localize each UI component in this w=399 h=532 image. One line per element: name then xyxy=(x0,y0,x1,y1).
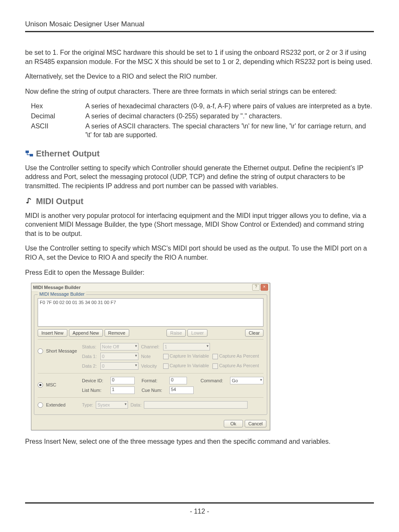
hex-output[interactable]: F0 7F 00 02 00 01 35 34 00 31 00 F7 xyxy=(38,298,263,327)
data2-type: Velocity xyxy=(141,363,160,368)
extended-radio[interactable] xyxy=(38,402,43,408)
data2-label: Data 2: xyxy=(82,363,98,368)
data2-capture-var-check[interactable] xyxy=(163,363,169,369)
page-number: - 112 - xyxy=(25,508,374,515)
deviceid-label: Device ID: xyxy=(82,378,108,383)
data1-capture-pct-check[interactable] xyxy=(212,354,218,359)
raise-button[interactable]: Raise xyxy=(166,329,186,337)
midi-note-icon xyxy=(25,197,33,205)
data2-capture-pct-check[interactable] xyxy=(212,363,218,369)
civ-label: Capture In Variable xyxy=(170,353,209,358)
groupbox-legend: MIDI Message Builder xyxy=(38,292,86,297)
extended-panel: Extended Type: Sysex Data: xyxy=(38,397,263,412)
intro-p3: Now define the string of output characte… xyxy=(25,87,374,96)
civ-label-2: Capture In Variable xyxy=(170,363,209,368)
svg-rect-0 xyxy=(26,151,29,153)
ethernet-body: Use the Controller setting to specify wh… xyxy=(25,164,374,191)
midi-p1: MIDI is another very popular protocol fo… xyxy=(25,211,374,238)
format-label: Format: xyxy=(141,378,166,383)
ext-type-label: Type: xyxy=(82,402,93,407)
status-select[interactable]: Note Off xyxy=(100,343,138,350)
ext-data-label: Data: xyxy=(130,402,141,407)
msc-panel: MSC Device ID: 0 Format: 0 Command: Go L… xyxy=(38,373,263,397)
data1-label: Data 1: xyxy=(82,354,98,359)
listnum-label: List Num: xyxy=(82,388,108,393)
midi-heading: MIDI Output xyxy=(25,197,374,206)
format-row: Decimal A series of decimal characters (… xyxy=(25,112,374,121)
midi-p3: Press Edit to open the Message Builder: xyxy=(25,268,374,277)
cuenum-input[interactable]: 54 xyxy=(169,386,194,394)
dialog-titlebar[interactable]: MIDI Message Builder ? × xyxy=(31,283,270,292)
help-button[interactable]: ? xyxy=(252,284,260,291)
cancel-button[interactable]: Cancel xyxy=(245,420,266,427)
format-row: ASCII A series of ASCII characters. The … xyxy=(25,122,374,140)
intro-p1: be set to 1. For the original MSC hardwa… xyxy=(25,48,374,66)
builder-button-row: Insert New Append New Remove Raise Lower… xyxy=(38,329,263,337)
insert-new-button[interactable]: Insert New xyxy=(38,329,67,337)
ethernet-icon xyxy=(25,149,33,158)
format-desc: A series of decimal characters (0-255) s… xyxy=(85,112,374,121)
extended-radio-label: Extended xyxy=(46,402,65,407)
svg-rect-1 xyxy=(30,154,33,156)
ethernet-heading-label: Ethernet Output xyxy=(36,149,100,159)
builder-groupbox: MIDI Message Builder F0 7F 00 02 00 01 3… xyxy=(34,294,267,415)
msc-radio-label: MSC xyxy=(46,382,56,387)
lower-button[interactable]: Lower xyxy=(187,329,207,337)
format-row: Hex A series of hexadecimal characters (… xyxy=(25,102,374,111)
dialog-title: MIDI Message Builder xyxy=(33,285,251,290)
after-dialog-text: Press Insert New, select one of the thre… xyxy=(25,437,374,446)
ok-button[interactable]: Ok xyxy=(224,420,243,427)
channel-spinner[interactable]: 1 xyxy=(163,343,210,350)
data1-capture-var-check[interactable] xyxy=(163,354,169,359)
midi-p2: Use the Controller setting to specify wh… xyxy=(25,244,374,262)
deviceid-input[interactable]: 0 xyxy=(110,377,135,384)
append-new-button[interactable]: Append New xyxy=(69,329,103,337)
format-desc: A series of hexadecimal characters (0-9,… xyxy=(85,102,374,111)
format-term: ASCII xyxy=(25,122,85,140)
dialog-footer: Ok Cancel xyxy=(31,417,270,430)
close-button[interactable]: × xyxy=(261,284,268,291)
status-label: Status: xyxy=(82,344,98,349)
channel-label: Channel: xyxy=(141,344,160,349)
header-rule xyxy=(25,31,374,32)
command-label: Command: xyxy=(201,378,228,383)
midi-heading-label: MIDI Output xyxy=(36,197,83,206)
short-message-panel: Short Message Status: Note Off Channel: … xyxy=(38,339,263,373)
ethernet-heading: Ethernet Output xyxy=(25,149,374,159)
short-message-radio[interactable] xyxy=(38,348,43,354)
data1-spinner[interactable]: 0 xyxy=(100,353,138,360)
cap-label-2: Capture As Percent xyxy=(219,363,259,368)
ext-type-select[interactable]: Sysex xyxy=(96,401,128,409)
format-list: Hex A series of hexadecimal characters (… xyxy=(25,102,374,139)
midi-message-builder-dialog: MIDI Message Builder ? × MIDI Message Bu… xyxy=(31,283,270,430)
data1-type: Note xyxy=(141,354,160,359)
remove-button[interactable]: Remove xyxy=(105,329,129,337)
cuenum-label: Cue Num: xyxy=(141,388,166,393)
command-select[interactable]: Go xyxy=(230,377,263,384)
short-message-radio-label: Short Message xyxy=(46,348,77,353)
ext-data-input[interactable] xyxy=(144,401,248,409)
format-term: Decimal xyxy=(25,112,85,121)
data2-spinner[interactable]: 0 xyxy=(100,362,138,370)
svg-point-2 xyxy=(26,202,28,204)
page-header-title: Unison Mosaic Designer User Manual xyxy=(25,20,374,28)
format-term: Hex xyxy=(25,102,85,111)
listnum-input[interactable]: 1 xyxy=(110,386,135,394)
clear-button[interactable]: Clear xyxy=(245,329,263,337)
format-input[interactable]: 0 xyxy=(169,377,187,384)
msc-radio[interactable] xyxy=(38,382,43,388)
cap-label: Capture As Percent xyxy=(219,353,259,358)
footer-rule xyxy=(25,502,374,504)
format-desc: A series of ASCII characters. The specia… xyxy=(85,122,374,140)
intro-p2: Alternatively, set the Device to a RIO a… xyxy=(25,72,374,81)
